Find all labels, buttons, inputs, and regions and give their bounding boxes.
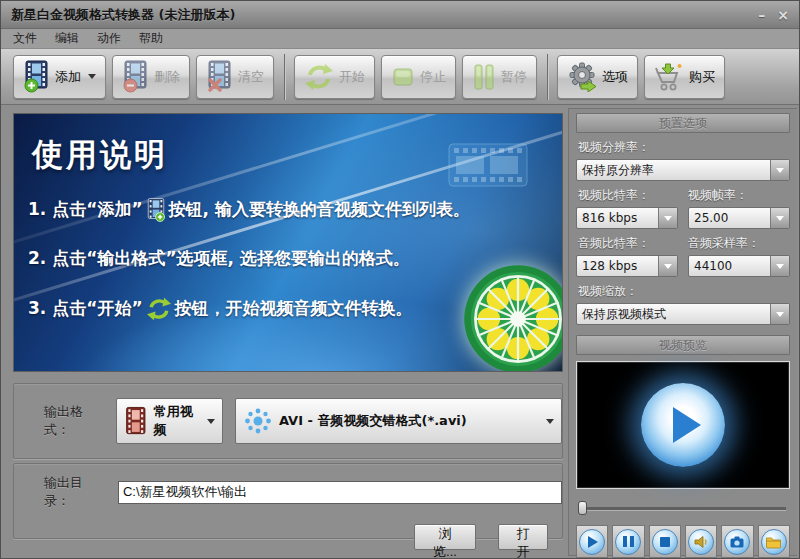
stop-square-icon — [391, 65, 415, 89]
resolution-label: 视频分辨率： — [578, 139, 790, 156]
start-button[interactable]: 开始 — [294, 55, 375, 99]
sample-rate-combobox[interactable]: 44100 — [688, 255, 790, 277]
usage-banner: 使用说明 1. 点击“添加” 按钮, 输入要转换的音视频文件到列表。 2. 点击… — [13, 113, 563, 372]
video-scale-label: 视频缩放： — [578, 283, 790, 300]
preset-panel: 预置选项 视频分辨率： 保持原分辨率 视频比特率： 视频帧率： 816 kbps… — [568, 108, 797, 556]
dropdown-arrow-icon[interactable] — [770, 160, 789, 180]
gear-icon — [567, 62, 597, 92]
title-bar: 新星白金视频格式转换器 (未注册版本) – × — [1, 1, 799, 29]
player-controls — [576, 525, 790, 558]
menu-bar: 文件 编辑 动作 帮助 — [1, 29, 799, 49]
app-window: 新星白金视频格式转换器 (未注册版本) – × 文件 编辑 动作 帮助 添加 — [0, 0, 800, 559]
format-dropdown-arrow-icon[interactable] — [546, 419, 554, 424]
preview-play-button[interactable] — [641, 383, 725, 467]
banner-title: 使用说明 — [32, 134, 168, 176]
preview-seek-slider[interactable] — [576, 501, 790, 515]
browse-button[interactable]: 浏览... — [414, 524, 476, 550]
remove-button-label: 删除 — [154, 68, 180, 86]
options-button[interactable]: 选项 — [557, 55, 638, 99]
toolbar-separator — [547, 54, 549, 100]
stop-button[interactable]: 停止 — [381, 55, 456, 99]
add-dropdown-arrow-icon[interactable] — [88, 74, 96, 79]
toolbar-separator — [284, 54, 286, 100]
format-value: AVI - 音频视频交错格式(*.avi) — [279, 412, 467, 430]
inline-start-icon — [146, 297, 172, 321]
add-button[interactable]: 添加 — [13, 55, 106, 99]
video-bitrate-label: 视频比特率： — [578, 187, 680, 204]
video-scale-combobox[interactable]: 保持原视频模式 — [576, 303, 790, 325]
play-icon — [579, 529, 605, 555]
instruction-step-1: 1. 点击“添加” 按钮, 输入要转换的音视频文件到列表。 — [28, 197, 470, 223]
dropdown-arrow-icon[interactable] — [770, 304, 789, 324]
play-button[interactable] — [576, 525, 608, 558]
film-plus-icon — [23, 60, 50, 93]
open-button[interactable]: 打开 — [498, 524, 548, 550]
dropdown-arrow-icon[interactable] — [770, 256, 789, 276]
output-format-group: 输出格式： 常用视频 AVI - 音频视频交错格式(*.avi) — [13, 383, 563, 459]
clear-button-label: 清空 — [238, 68, 264, 86]
menu-file[interactable]: 文件 — [13, 30, 37, 47]
preset-options-header: 预置选项 — [576, 113, 790, 133]
add-button-label: 添加 — [55, 68, 81, 86]
buy-button-label: 购买 — [689, 68, 715, 86]
toolbar: 添加 删除 清空 — [1, 49, 799, 105]
slider-thumb[interactable] — [578, 501, 587, 515]
output-directory-group: 输出目录： 浏览... 打开 — [13, 463, 563, 539]
dropdown-arrow-icon[interactable] — [770, 208, 789, 228]
close-button[interactable]: × — [777, 8, 789, 22]
frame-rate-combobox[interactable]: 25.00 — [688, 207, 790, 229]
play-triangle-icon — [673, 407, 701, 443]
instruction-step-3: 3. 点击“开始” 按钮，开始视频音频文件转换。 — [28, 297, 413, 321]
remove-button[interactable]: 删除 — [112, 55, 190, 99]
sample-rate-label: 音频采样率： — [688, 235, 790, 252]
film-x-icon — [206, 60, 233, 93]
video-bitrate-combobox[interactable]: 816 kbps — [576, 207, 678, 229]
audio-bitrate-combobox[interactable]: 128 kbps — [576, 255, 678, 277]
pause-button[interactable] — [612, 525, 644, 558]
frame-rate-label: 视频帧率： — [688, 187, 790, 204]
buy-button[interactable]: 购买 — [644, 55, 725, 99]
blue-dots-icon — [243, 406, 273, 436]
output-format-label: 输出格式： — [44, 403, 104, 439]
category-dropdown-arrow-icon[interactable] — [207, 419, 215, 424]
output-directory-input[interactable] — [118, 481, 562, 504]
video-preview-area — [576, 361, 790, 489]
red-film-icon — [124, 405, 148, 437]
minimize-button[interactable]: – — [758, 8, 765, 22]
stop-button[interactable] — [649, 525, 681, 558]
folder-icon — [761, 529, 787, 555]
dropdown-arrow-icon[interactable] — [658, 208, 677, 228]
stop-icon — [652, 529, 678, 555]
pause-button[interactable]: 暂停 — [462, 55, 537, 99]
start-button-label: 开始 — [339, 68, 365, 86]
audio-bitrate-label: 音频比特率： — [578, 235, 680, 252]
clear-button[interactable]: 清空 — [196, 55, 274, 99]
format-combobox[interactable]: AVI - 音频视频交错格式(*.avi) — [235, 398, 562, 444]
lime-wheel-logo — [462, 263, 563, 372]
mute-button[interactable] — [685, 525, 717, 558]
pause-bars-icon — [472, 63, 496, 91]
menu-edit[interactable]: 编辑 — [55, 30, 79, 47]
video-preview-header: 视频预览 — [576, 335, 790, 355]
menu-action[interactable]: 动作 — [97, 30, 121, 47]
cart-icon — [654, 62, 684, 92]
film-minus-icon — [122, 60, 149, 93]
options-button-label: 选项 — [602, 68, 628, 86]
menu-help[interactable]: 帮助 — [139, 30, 163, 47]
inline-add-film-icon — [146, 197, 166, 223]
dropdown-arrow-icon[interactable] — [658, 256, 677, 276]
pause-icon — [615, 529, 641, 555]
window-title: 新星白金视频格式转换器 (未注册版本) — [11, 6, 235, 24]
stop-button-label: 停止 — [420, 68, 446, 86]
pause-button-label: 暂停 — [501, 68, 527, 86]
resolution-combobox[interactable]: 保持原分辨率 — [576, 159, 790, 181]
slider-track — [580, 507, 786, 510]
instruction-step-2: 2. 点击“输出格式”选项框, 选择您要输出的格式。 — [28, 247, 410, 270]
format-category-value: 常用视频 — [154, 403, 201, 439]
open-folder-button[interactable] — [758, 525, 790, 558]
output-directory-label: 输出目录： — [44, 474, 106, 510]
refresh-arrows-icon — [304, 63, 334, 91]
format-category-combobox[interactable]: 常用视频 — [116, 398, 223, 444]
film-strip-decoration-icon — [448, 136, 534, 192]
snapshot-button[interactable] — [721, 525, 753, 558]
